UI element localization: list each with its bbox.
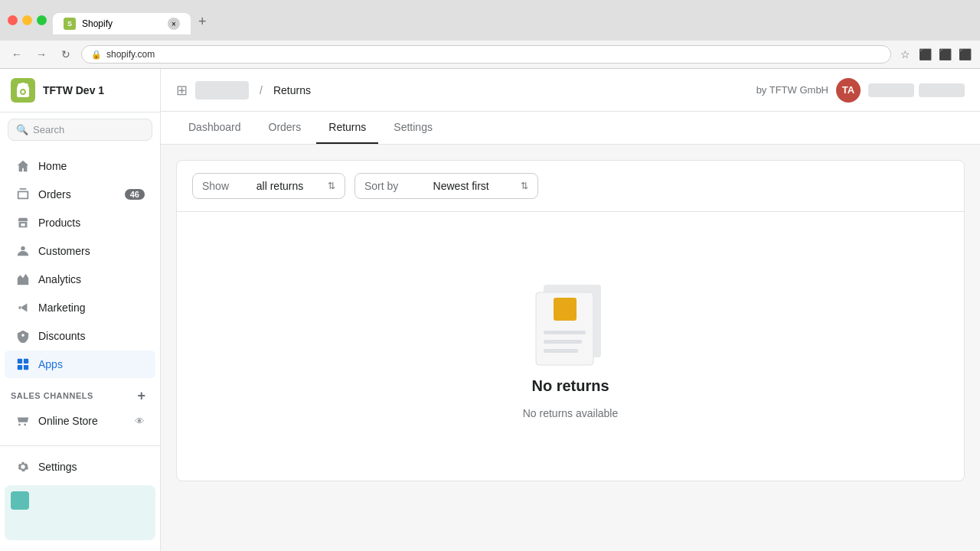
eye-icon[interactable]: 👁 [135, 416, 145, 427]
store-icon [15, 413, 31, 429]
empty-illustration [524, 273, 616, 365]
user-avatar[interactable]: TA [836, 78, 861, 103]
sidebar-item-label: Settings [38, 461, 77, 473]
tab-close-button[interactable]: × [168, 18, 180, 30]
sidebar-item-marketing[interactable]: Marketing [5, 294, 155, 321]
new-tab-button[interactable]: + [191, 9, 214, 34]
discounts-icon [15, 328, 31, 344]
back-button[interactable]: ← [8, 45, 26, 64]
sidebar-item-label: Products [38, 217, 80, 229]
address-text: shopify.com [106, 49, 155, 60]
svg-rect-7 [544, 331, 586, 334]
extension-icon-2[interactable]: ⬛ [937, 47, 952, 62]
tab-title: Shopify [82, 18, 113, 29]
page-content: Show all returns ⇅ Sort by Newest first … [161, 145, 980, 551]
grid-view-icon[interactable]: ⊞ [176, 82, 188, 99]
search-icon: 🔍 [16, 124, 28, 135]
show-label: Show [202, 180, 229, 192]
empty-subtitle: No returns available [523, 407, 619, 419]
sidebar-item-apps[interactable]: Apps [5, 350, 155, 378]
empty-title: No returns [531, 377, 609, 395]
products-icon [15, 215, 31, 230]
empty-state: No returns No returns available [177, 212, 964, 481]
search-placeholder: Search [33, 124, 64, 135]
shop-name: TFTW Dev 1 [43, 84, 104, 96]
sidebar-item-orders[interactable]: Orders 46 [5, 181, 155, 208]
show-chevron-icon: ⇅ [328, 181, 335, 191]
customers-icon [15, 243, 31, 259]
close-button[interactable] [8, 15, 18, 25]
sort-select[interactable]: Sort by Newest first ⇅ [354, 173, 538, 199]
browser-tab[interactable]: S Shopify × [53, 13, 191, 34]
svg-rect-8 [544, 340, 582, 344]
sales-channels-label: SALES CHANNELS [11, 391, 93, 400]
svg-rect-9 [544, 349, 578, 353]
forward-button[interactable]: → [32, 45, 51, 64]
sidebar-item-settings[interactable]: Settings [5, 453, 155, 481]
sales-channels-section: SALES CHANNELS + [0, 379, 160, 406]
address-bar[interactable]: 🔒 shopify.com [81, 45, 891, 64]
show-filter-select[interactable]: Show all returns ⇅ [192, 173, 345, 199]
sidebar-item-customers[interactable]: Customers [5, 237, 155, 265]
returns-container: Show all returns ⇅ Sort by Newest first … [176, 160, 965, 481]
minimize-button[interactable] [22, 15, 32, 25]
browser-chrome: S Shopify × + [0, 0, 980, 41]
sidebar-item-home[interactable]: Home [5, 152, 155, 180]
orders-badge: 46 [125, 189, 145, 200]
marketing-icon [15, 300, 31, 315]
user-name-placeholder [868, 83, 914, 97]
user-role-placeholder [919, 83, 965, 97]
svg-point-0 [21, 246, 24, 250]
browser-titlebar: S Shopify × + [8, 6, 972, 34]
sidebar-item-online-store[interactable]: Online Store 👁 [5, 407, 155, 435]
extension-icon[interactable]: ⬛ [917, 47, 933, 62]
extension-icon-3[interactable]: ⬛ [957, 47, 972, 62]
svg-rect-4 [24, 365, 28, 370]
sidebar-item-label: Analytics [38, 273, 81, 285]
sort-label: Sort by [364, 180, 398, 192]
sort-value: Newest first [433, 180, 489, 192]
refresh-button[interactable]: ↻ [57, 45, 75, 64]
sidebar-item-label: Orders [38, 188, 71, 201]
bookmark-icon[interactable]: ☆ [897, 47, 913, 62]
browser-tabs: S Shopify × + [53, 9, 214, 34]
sidebar-item-discounts[interactable]: Discounts [5, 322, 155, 350]
tab-returns[interactable]: Returns [316, 112, 378, 144]
topbar-left: ⊞ / Returns [176, 81, 311, 99]
home-icon [15, 158, 31, 174]
search-bar[interactable]: 🔍 Search [8, 119, 152, 141]
svg-rect-2 [24, 359, 28, 364]
user-details [868, 83, 965, 97]
add-sales-channel-button[interactable]: + [134, 388, 149, 403]
orders-icon [15, 187, 31, 202]
breadcrumb-current: Returns [273, 84, 311, 96]
browser-toolbar: ← → ↻ 🔒 shopify.com ☆ ⬛ ⬛ ⬛ [0, 41, 980, 69]
sidebar-item-label: Online Store [38, 415, 98, 427]
show-value: all returns [256, 180, 303, 192]
breadcrumb-separator: / [260, 84, 263, 96]
page-tabs: Dashboard Orders Returns Settings [161, 112, 980, 145]
tab-orders[interactable]: Orders [256, 112, 314, 144]
apps-icon [15, 357, 31, 372]
settings-icon [15, 459, 31, 474]
sidebar-search: 🔍 Search [0, 112, 160, 147]
sidebar: TFTW Dev 1 🔍 Search Home Orders 46 [0, 69, 161, 551]
svg-rect-3 [18, 365, 22, 370]
sidebar-item-products[interactable]: Products [5, 209, 155, 236]
sort-chevron-icon: ⇅ [521, 181, 528, 191]
tab-settings[interactable]: Settings [381, 112, 445, 144]
sidebar-item-analytics[interactable]: Analytics [5, 266, 155, 293]
maximize-button[interactable] [37, 15, 47, 25]
sidebar-nav: Home Orders 46 Products Customers [0, 147, 160, 445]
topbar-user-info: by TFTW GmbH TA [756, 78, 965, 103]
shop-logo [11, 78, 35, 103]
toolbar-actions: ☆ ⬛ ⬛ ⬛ [897, 47, 972, 62]
traffic-lights [8, 15, 47, 25]
preview-icon [11, 491, 29, 510]
sidebar-header: TFTW Dev 1 [0, 69, 160, 112]
bottom-preview [5, 485, 155, 540]
tab-dashboard[interactable]: Dashboard [176, 112, 253, 144]
sidebar-item-label: Customers [38, 245, 90, 257]
analytics-icon [15, 272, 31, 287]
sidebar-item-label: Home [38, 160, 67, 172]
